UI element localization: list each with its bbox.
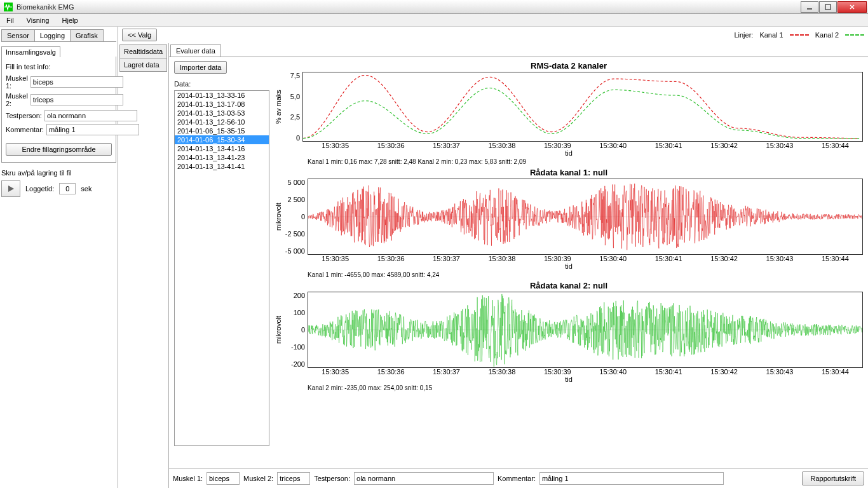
bottom-muskel2-label: Muskel 2: <box>243 475 273 482</box>
tab-sensor[interactable]: Sensor <box>1 29 35 41</box>
maximize-button[interactable] <box>819 1 837 13</box>
bottom-testperson-label: Testperson: <box>314 475 350 482</box>
menu-visning[interactable]: Visning <box>23 15 53 25</box>
close-button[interactable] <box>837 1 867 13</box>
data-list-item[interactable]: 2014-01-13_13-41-16 <box>175 144 269 153</box>
data-list-item[interactable]: 2014-01-13_12-56-10 <box>175 118 269 126</box>
chart-rms: RMS-data 2 kanaler % av maks 7,55,02,50 … <box>275 61 863 168</box>
chart-rms-xlabel: tid <box>275 149 863 157</box>
data-list-item[interactable]: 2014-01-13_13-41-23 <box>175 153 269 162</box>
legend-kanal2-line <box>845 34 864 36</box>
window-title: Biomekanikk EMG <box>17 3 801 11</box>
chart-rms-plot[interactable] <box>302 72 863 142</box>
chart-raw2-yticks: 2001000-100-200 <box>285 292 308 368</box>
chart-rms-ylabel: % av maks <box>275 72 285 142</box>
app-icon <box>4 3 13 11</box>
mid-pane: Realtidsdata Lagret data <box>118 43 169 488</box>
minimize-button[interactable] <box>801 1 818 13</box>
bottom-muskel2-field[interactable] <box>277 472 310 485</box>
legend-label: Linjer: <box>734 31 753 39</box>
menubar: Fil Visning Hjelp <box>0 14 868 27</box>
endre-fillagring-button[interactable]: Endre fillagringsområde <box>6 143 112 156</box>
data-list-item[interactable]: 2014-01-06_15-35-15 <box>175 126 269 135</box>
data-list-item[interactable]: 2014-01-13_13-17-08 <box>175 100 269 109</box>
titlebar: Biomekanikk EMG <box>0 0 868 14</box>
innsamlingsvalg-caption: Innsamlingsvalg <box>1 46 60 57</box>
chart-raw1-title: Rådata kanal 1: null <box>275 168 863 177</box>
menu-fil[interactable]: Fil <box>3 15 18 25</box>
bottom-muskel1-label: Muskel 1: <box>173 475 203 482</box>
importer-data-button[interactable]: Importer data <box>174 61 227 74</box>
bottom-muskel1-field[interactable] <box>207 472 240 485</box>
chart-raw1-ylabel: mikrovolt <box>275 179 285 255</box>
left-pane: Sensor Logging Grafisk Innsamlingsvalg F… <box>0 27 118 488</box>
data-list-item[interactable]: 2014-01-06_15-30-34 <box>175 135 269 144</box>
chart-raw1-xticks: 15:30:3515:30:3615:30:3715:30:3815:30:39… <box>275 255 863 262</box>
left-tabstrip: Sensor Logging Grafisk <box>1 29 116 42</box>
chart-raw1-yticks: 5 0002 5000-2 500-5 000 <box>285 179 308 255</box>
data-list-item[interactable]: 2014-01-13_13-03-53 <box>175 109 269 118</box>
chart-raw2: Rådata kanal 2: null mikrovolt 2001000-1… <box>275 281 863 394</box>
main-pane: << Valg Linjer: Kanal 1 Kanal 2 Realtids… <box>118 27 868 488</box>
data-label: Data: <box>174 80 269 88</box>
chart-raw2-stats: Kanal 2 min: -235,00 max: 254,00 snitt: … <box>275 383 863 394</box>
chart-raw2-ylabel: mikrovolt <box>275 292 285 368</box>
play-button[interactable] <box>1 180 20 197</box>
data-list-item[interactable]: 2014-01-13_13-33-16 <box>175 91 269 100</box>
skru-lagring-label: Skru av/på lagring til fil <box>1 169 116 177</box>
chart-rms-yticks: 7,55,02,50 <box>285 72 302 142</box>
kommentar-label: Kommentar: <box>6 126 44 133</box>
svg-rect-1 <box>825 4 831 10</box>
muskel2-label: Muskel 2: <box>6 92 28 107</box>
legend-kanal1-label: Kanal 1 <box>759 31 783 39</box>
bottom-testperson-field[interactable] <box>354 472 494 485</box>
chart-raw1-stats: Kanal 1 min: -4655,00 max: 4589,00 snitt… <box>275 270 863 281</box>
fill-test-info-label: Fill in test info: <box>6 63 112 71</box>
muskel2-field[interactable] <box>31 94 123 105</box>
loggetid-label: Loggetid: <box>25 185 54 193</box>
data-list-item[interactable]: 2014-01-13_13-41-41 <box>175 162 269 171</box>
tab-realtidsdata[interactable]: Realtidsdata <box>119 44 167 58</box>
chart-raw2-plot[interactable] <box>308 292 863 368</box>
legend-kanal2-label: Kanal 2 <box>815 31 839 39</box>
bottom-kommentar-label: Kommentar: <box>498 475 536 482</box>
muskel1-label: Muskel 1: <box>6 74 28 90</box>
bottom-kommentar-field[interactable] <box>539 472 724 485</box>
legend-kanal1-line <box>790 34 809 36</box>
data-listbox[interactable]: 2014-01-13_13-33-162014-01-13_13-17-0820… <box>174 90 269 446</box>
chart-rms-stats: Kanal 1 min: 0,16 max: 7,28 snitt: 2,48 … <box>275 157 863 168</box>
chart-raw1: Rådata kanal 1: null mikrovolt 5 0002 50… <box>275 168 863 281</box>
muskel1-field[interactable] <box>31 76 123 88</box>
chart-raw1-plot[interactable] <box>308 179 863 255</box>
tab-lagret-data[interactable]: Lagret data <box>119 58 167 72</box>
chart-raw1-xlabel: tid <box>275 262 863 270</box>
rapportutskrift-button[interactable]: Rapportutskrift <box>802 471 864 485</box>
chart-raw2-title: Rådata kanal 2: null <box>275 281 863 290</box>
menu-hjelp[interactable]: Hjelp <box>58 15 82 25</box>
valg-button[interactable]: << Valg <box>122 29 157 41</box>
tab-grafisk[interactable]: Grafisk <box>70 29 104 41</box>
chart-rms-xticks: 15:30:3515:30:3615:30:3715:30:3815:30:39… <box>275 142 863 149</box>
testperson-label: Testperson: <box>6 112 42 119</box>
loggetid-field[interactable] <box>59 183 76 194</box>
chart-rms-title: RMS-data 2 kanaler <box>275 61 863 71</box>
chart-legend: Linjer: Kanal 1 Kanal 2 <box>734 31 864 39</box>
chart-raw2-xlabel: tid <box>275 376 863 383</box>
chart-raw2-xticks: 15:30:3515:30:3615:30:3715:30:3815:30:39… <box>275 368 863 376</box>
loggetid-unit: sek <box>81 185 92 193</box>
tab-evaluer-data[interactable]: Evaluer data <box>170 44 221 57</box>
svg-marker-4 <box>8 186 14 192</box>
tab-logging[interactable]: Logging <box>34 29 71 41</box>
bottom-bar: Muskel 1: Muskel 2: Testperson: Kommenta… <box>169 468 868 488</box>
right-pane: Evaluer data Importer data Data: 2014-01… <box>169 43 868 488</box>
